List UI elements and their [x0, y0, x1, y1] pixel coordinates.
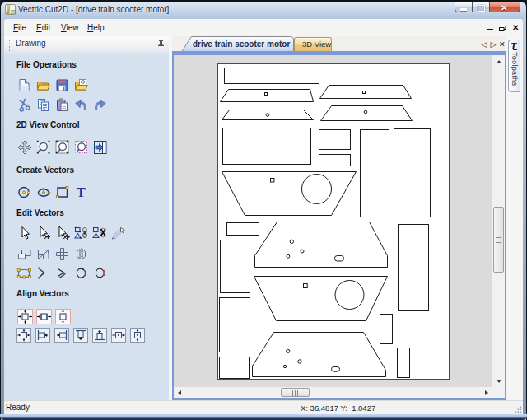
svg-text:T: T — [77, 185, 86, 199]
